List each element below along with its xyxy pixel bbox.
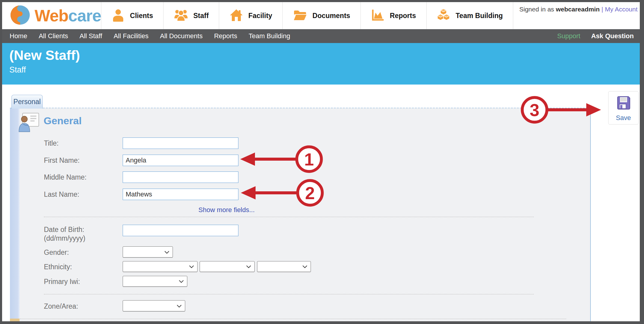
staff-icon [174, 8, 188, 23]
nav-item-label: Reports [390, 12, 416, 20]
chevron-down-icon [179, 279, 184, 284]
strip-scroll-marker [10, 319, 20, 321]
first-name-input[interactable] [123, 155, 238, 166]
signed-in-prefix: Signed in as [519, 6, 556, 13]
signed-in-status: Signed in as webcareadmin|My Account|Sig… [513, 2, 644, 29]
title-label: Title: [44, 139, 59, 147]
first-name-label: First Name: [44, 156, 80, 165]
gender-select[interactable] [123, 246, 173, 258]
ethnicity-select-2[interactable] [200, 261, 255, 272]
team-building-icon [437, 8, 451, 23]
chevron-down-icon [246, 264, 251, 269]
section-divider [44, 217, 534, 217]
save-button-label: Save [616, 114, 631, 122]
chevron-down-icon [189, 264, 194, 269]
nav-item-label: Team Building [456, 12, 503, 20]
my-account-link[interactable]: My Account [605, 6, 638, 13]
middle-name-label: Middle Name: [44, 173, 87, 181]
primary-iwi-select[interactable] [123, 276, 187, 287]
page-subtitle: Staff [9, 65, 640, 75]
last-name-label: Last Name: [44, 190, 79, 199]
left-accent-strip [10, 108, 20, 321]
clients-icon [112, 8, 125, 23]
nav-item-staff[interactable]: Staff [163, 2, 219, 29]
show-more-fields-link[interactable]: Show more fields... [198, 206, 255, 214]
personal-tab-panel: General Title: First Name: Middle Name: … [10, 108, 591, 321]
nav-item-label: Documents [312, 12, 350, 20]
frame-border [0, 321, 644, 324]
documents-icon [293, 8, 307, 23]
chevron-down-icon [164, 249, 169, 255]
nav-item-clients[interactable]: Clients [101, 2, 163, 29]
page-title: (New Staff) [9, 48, 640, 63]
facility-icon [229, 8, 243, 23]
dob-input[interactable] [123, 225, 238, 236]
middle-name-input[interactable] [123, 171, 238, 183]
nav-item-label: Clients [130, 12, 153, 20]
nav-item-documents[interactable]: Documents [282, 2, 360, 29]
menu-item-all-facilities[interactable]: All Facilities [108, 32, 154, 40]
zone-area-label: Zone/Area: [44, 302, 78, 310]
signed-in-username: webcareadmin [556, 6, 600, 13]
primary-iwi-label: Primary Iwi: [44, 278, 80, 286]
general-section-icon [17, 112, 41, 134]
title-input[interactable] [123, 137, 238, 149]
chevron-down-icon [177, 303, 182, 309]
menu-item-home[interactable]: Home [4, 32, 33, 40]
menu-bar: Home All Clients All Staff All Facilitie… [2, 29, 640, 43]
menu-item-all-clients[interactable]: All Clients [33, 32, 74, 40]
content-area: Personal General Title: First Name: [2, 85, 640, 321]
menu-item-all-staff[interactable]: All Staff [74, 32, 108, 40]
top-header: Webcare Clients Staff [2, 2, 640, 29]
section-divider [44, 294, 534, 295]
tab-personal[interactable]: Personal [11, 95, 43, 109]
zone-area-select[interactable] [123, 300, 185, 311]
ethnicity-select-1[interactable] [123, 261, 198, 272]
webcare-logo-text: Webcare [35, 6, 101, 25]
menu-item-all-documents[interactable]: All Documents [154, 32, 208, 40]
nav-item-reports[interactable]: Reports [360, 2, 426, 29]
page-banner: (New Staff) Staff [2, 43, 640, 85]
frame-border [640, 0, 644, 324]
nav-item-facility[interactable]: Facility [219, 2, 282, 29]
dob-label: Date of Birth: (dd/mm/yyyy) [44, 225, 85, 243]
nav-item-label: Facility [248, 12, 272, 20]
menu-item-reports[interactable]: Reports [208, 32, 243, 40]
menu-item-team-building[interactable]: Team Building [243, 32, 296, 40]
ethnicity-label: Ethnicity: [44, 263, 72, 271]
save-floppy-icon [616, 95, 631, 112]
ask-question-link[interactable]: Ask Question [589, 32, 640, 40]
support-link[interactable]: Support [549, 32, 589, 40]
general-section-title: General [44, 115, 82, 127]
last-name-input[interactable] [123, 189, 238, 200]
frame-border [0, 0, 2, 324]
nav-item-team-building[interactable]: Team Building [426, 2, 513, 29]
ethnicity-select-3[interactable] [257, 261, 311, 272]
webcare-logo[interactable]: Webcare [2, 2, 101, 29]
gender-label: Gender: [44, 248, 69, 257]
reports-icon [371, 8, 385, 23]
app-window: Webcare Clients Staff [0, 0, 644, 324]
frame-border [0, 0, 644, 2]
save-button[interactable]: Save [608, 91, 639, 125]
webcare-logo-icon [10, 5, 30, 26]
section-divider [20, 319, 566, 319]
chevron-down-icon [302, 264, 307, 269]
nav-item-label: Staff [193, 12, 209, 20]
